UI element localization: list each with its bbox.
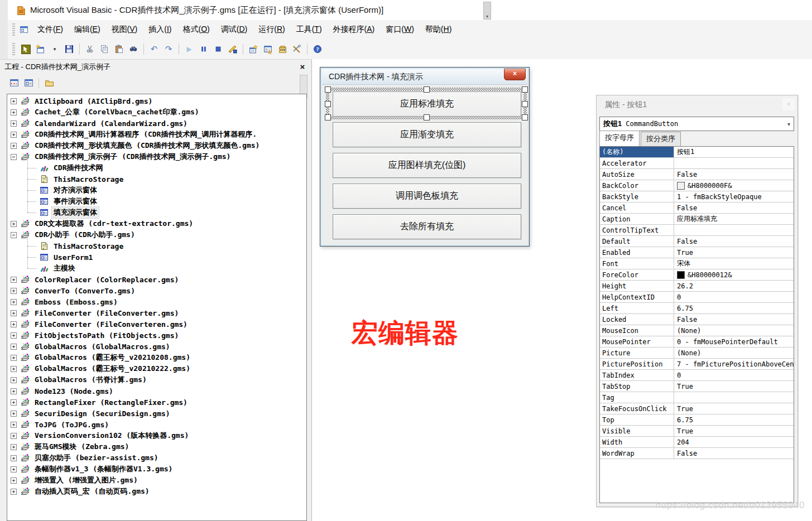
property-value[interactable]: 宋体	[674, 258, 794, 269]
tree-item[interactable]: 填充演示窗体	[7, 207, 306, 218]
paste-icon[interactable]	[112, 42, 126, 56]
menu-item-f[interactable]: 文件(F)	[32, 22, 69, 37]
property-row[interactable]: MousePointer0 - fmMousePointerDefault	[600, 336, 794, 348]
project-explorer-icon[interactable]	[247, 42, 260, 56]
tree-item[interactable]: +条幅制作器v1_3 (条幅制作器V1.3.gms)	[7, 464, 306, 475]
tree-expander-plus[interactable]: +	[11, 98, 17, 104]
property-value[interactable]: &H8000000F&	[674, 180, 794, 191]
form-button-2[interactable]: 应用渐变填充	[333, 122, 521, 147]
cdr-frontmost-icon[interactable]	[19, 42, 32, 56]
redo-icon[interactable]: ↷	[162, 42, 175, 56]
tree-item[interactable]: +CDR文本提取器 (cdr-text-extractor.gms)	[7, 218, 306, 229]
tree-item[interactable]: −CDR插件技术网_演示例子 (CDR插件技术网_演示例子.gms)	[7, 151, 306, 162]
dialog-title-bar[interactable]: CDR插件技术网 - 填充演示	[322, 69, 527, 85]
property-value[interactable]: 按钮1	[674, 147, 794, 157]
tree-expander-plus[interactable]: +	[11, 388, 17, 394]
tree-item[interactable]: +ToJPG (ToJPG.gms)	[7, 419, 306, 430]
tree-expander-minus[interactable]: −	[11, 154, 17, 160]
property-value[interactable]: True	[674, 403, 794, 414]
property-row[interactable]: Width204	[600, 437, 794, 448]
menu-item-o[interactable]: 格式(O)	[177, 22, 215, 37]
property-value[interactable]: &H80000012&	[674, 269, 794, 280]
property-row[interactable]: Picture(None)	[600, 348, 794, 359]
form-button-5[interactable]: 去除所有填充	[333, 214, 521, 239]
tree-item[interactable]: +自动插入页码_宏 (自动页码.gms)	[7, 486, 306, 497]
property-value[interactable]: True	[674, 247, 794, 258]
stop-icon[interactable]	[212, 42, 225, 56]
tree-expander-plus[interactable]: +	[11, 143, 17, 149]
property-row[interactable]: Font宋体	[600, 258, 794, 269]
tree-item[interactable]: +增强置入 (增强置入图片.gms)	[7, 475, 306, 486]
tree-expander-plus[interactable]: +	[11, 444, 17, 450]
property-value[interactable]: (None)	[674, 348, 794, 358]
tree-expander-plus[interactable]: +	[11, 109, 17, 115]
tree-item[interactable]: +GlobalMacros (书脊计算.gms)	[7, 374, 306, 385]
property-value[interactable]: (None)	[674, 325, 794, 336]
menu-item-t[interactable]: 工具(T)	[291, 22, 328, 37]
tree-item[interactable]: 事件演示窗体	[7, 196, 306, 207]
tree-item[interactable]: +CDR插件技术网_形状填充颜色 (CDR插件技术网_形状填充颜色.gms)	[7, 140, 306, 151]
tree-expander-plus[interactable]: +	[11, 489, 17, 495]
tree-expander-plus[interactable]: +	[11, 221, 17, 227]
property-row[interactable]: EnabledTrue	[600, 247, 794, 258]
property-value[interactable]: 0	[674, 370, 794, 380]
tree-expander-plus[interactable]: +	[11, 477, 17, 484]
tree-expander-minus[interactable]: −	[11, 232, 17, 238]
property-row[interactable]: BackColor&H8000000F&	[600, 180, 794, 191]
object-browser-icon[interactable]	[276, 42, 289, 56]
tree-expander-plus[interactable]: +	[11, 399, 17, 406]
property-row[interactable]: TakeFocusOnClickTrue	[600, 403, 794, 414]
property-row[interactable]: AutoSizeFalse	[600, 169, 794, 180]
menu-item-i[interactable]: 插入(I)	[143, 22, 177, 37]
tree-item[interactable]: 对齐演示窗体	[7, 185, 306, 196]
property-value[interactable]	[674, 158, 794, 168]
tree-expander-plus[interactable]: +	[11, 355, 17, 361]
tree-item[interactable]: ThisMacroStorage	[7, 173, 306, 185]
tree-item[interactable]: +CalendarWizard (CalendarWizard.gms)	[7, 118, 306, 129]
dialog-close-icon[interactable]: ×	[504, 69, 526, 80]
tree-item[interactable]: UserForm1	[7, 252, 306, 263]
tree-expander-plus[interactable]: +	[11, 422, 17, 428]
close-icon[interactable]: ×	[297, 61, 308, 73]
tree-item[interactable]: CDR插件技术网	[7, 162, 306, 173]
design-mode-icon[interactable]	[226, 42, 239, 56]
tree-expander-plus[interactable]: +	[11, 132, 17, 138]
tree-item[interactable]: +Emboss (Emboss.gms)	[7, 296, 306, 307]
tree-item[interactable]: +FileConverter (FileConverteren.gms)	[7, 319, 306, 330]
property-row[interactable]: Accelerator	[600, 158, 794, 169]
tree-expander-plus[interactable]: +	[11, 299, 17, 305]
menu-item-r[interactable]: 运行(R)	[253, 22, 290, 37]
tab-alphabetic[interactable]: 按字母序	[599, 131, 640, 146]
property-row[interactable]: Height26.2	[600, 281, 794, 292]
properties-window-icon[interactable]	[261, 42, 275, 56]
tree-expander-plus[interactable]: +	[11, 377, 17, 383]
menu-item-h[interactable]: 帮助(H)	[420, 22, 457, 37]
property-value[interactable]: False	[674, 169, 794, 180]
tree-item[interactable]: +RectangleFixer (RectangleFixer.gms)	[7, 397, 306, 408]
insert-userform-icon[interactable]	[33, 42, 47, 56]
find-icon[interactable]	[127, 42, 140, 56]
tree-item[interactable]: +VersionConversion102 (版本转换器.gms)	[7, 430, 306, 441]
property-row[interactable]: PicturePosition7 - fmPicturePositionAbov…	[600, 359, 794, 370]
tree-expander-plus[interactable]: +	[11, 344, 17, 350]
tree-item[interactable]: +GlobalMacros (GlobalMacros.gms)	[7, 341, 306, 352]
property-row[interactable]: (名称)按钮1	[600, 147, 794, 158]
property-row[interactable]: MouseIcon(None)	[600, 325, 794, 336]
property-value[interactable]: False	[674, 202, 794, 213]
tree-expander-plus[interactable]: +	[11, 120, 17, 127]
tree-item[interactable]: +AIClipboard (AIClipBrd.gms)	[7, 95, 306, 107]
resize-handle[interactable]	[522, 101, 528, 107]
toolbar-overflow-button[interactable]: ▾	[483, 2, 491, 20]
property-value[interactable]: False	[674, 314, 794, 325]
tree-item[interactable]: +ConverTo (ConverTo.gms)	[7, 285, 306, 296]
tree-expander-plus[interactable]: +	[11, 321, 17, 327]
tree-item[interactable]: −CDR小助手 (CDR小助手.gms)	[7, 229, 306, 240]
property-value[interactable]: 0 - fmMousePointerDefault	[674, 336, 794, 347]
tree-item[interactable]: +斑马GMS模块 (Zebra.gms)	[7, 441, 306, 452]
undo-icon[interactable]: ↶	[147, 42, 161, 56]
resize-handle[interactable]	[325, 86, 331, 93]
resize-handle[interactable]	[424, 86, 430, 93]
property-row[interactable]: Tag	[600, 392, 794, 403]
tree-expander-plus[interactable]: +	[11, 288, 17, 294]
property-value[interactable]: 应用标准填充	[674, 214, 794, 224]
